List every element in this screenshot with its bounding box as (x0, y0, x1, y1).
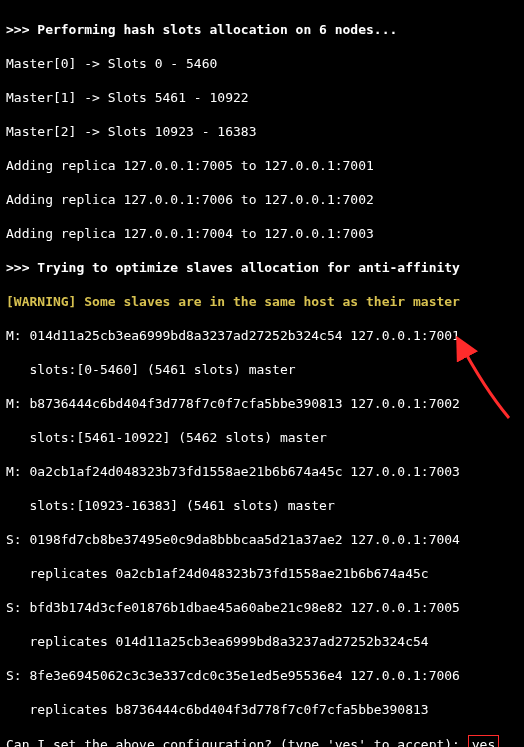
output-line: Adding replica 127.0.0.1:7004 to 127.0.0… (6, 225, 518, 242)
output-line: Master[0] -> Slots 0 - 5460 (6, 55, 518, 72)
output-line: Master[2] -> Slots 10923 - 16383 (6, 123, 518, 140)
output-line: Adding replica 127.0.0.1:7006 to 127.0.0… (6, 191, 518, 208)
confirm-prompt: Can I set the above configuration? (type… (6, 735, 518, 747)
output-line: S: 8fe3e6945062c3c3e337cdc0c35e1ed5e9553… (6, 667, 518, 684)
output-line: M: 0a2cb1af24d048323b73fd1558ae21b6b674a… (6, 463, 518, 480)
output-line: M: b8736444c6bd404f3d778f7c0f7cfa5bbe390… (6, 395, 518, 412)
output-line: M: 014d11a25cb3ea6999bd8a3237ad27252b324… (6, 327, 518, 344)
output-line: >>> Trying to optimize slaves allocation… (6, 259, 518, 276)
output-line: replicates 0a2cb1af24d048323b73fd1558ae2… (6, 565, 518, 582)
output-line: replicates b8736444c6bd404f3d778f7c0f7cf… (6, 701, 518, 718)
output-line: S: bfd3b174d3cfe01876b1dbae45a60abe21c98… (6, 599, 518, 616)
output-line: Master[1] -> Slots 5461 - 10922 (6, 89, 518, 106)
output-line: slots:[5461-10922] (5462 slots) master (6, 429, 518, 446)
warning-line: [WARNING] Some slaves are in the same ho… (6, 293, 518, 310)
output-line: replicates 014d11a25cb3ea6999bd8a3237ad2… (6, 633, 518, 650)
prompt-text: Can I set the above configuration? (type… (6, 737, 468, 747)
output-line: Adding replica 127.0.0.1:7005 to 127.0.0… (6, 157, 518, 174)
output-line: slots:[0-5460] (5461 slots) master (6, 361, 518, 378)
terminal-output: >>> Performing hash slots allocation on … (0, 0, 524, 747)
user-input-yes[interactable]: yes (468, 735, 499, 747)
output-line: >>> Performing hash slots allocation on … (6, 21, 518, 38)
output-line: slots:[10923-16383] (5461 slots) master (6, 497, 518, 514)
output-line: S: 0198fd7cb8be37495e0c9da8bbbcaa5d21a37… (6, 531, 518, 548)
